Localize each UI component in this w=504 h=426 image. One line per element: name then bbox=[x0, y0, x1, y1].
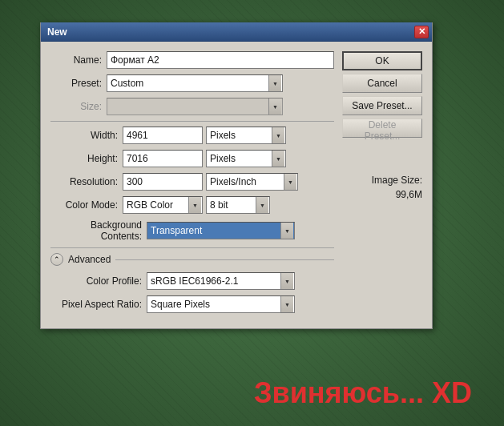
advanced-label: Advanced bbox=[68, 254, 111, 265]
ok-button[interactable]: OK bbox=[342, 51, 422, 70]
bgcontents-wrapper: Transparent bbox=[147, 222, 295, 239]
height-row: Height: Pixels bbox=[50, 150, 334, 167]
bgcontents-label: Background Contents: bbox=[50, 219, 147, 242]
name-label: Name: bbox=[50, 54, 107, 66]
resolution-unit-wrapper: Pixels/Inch bbox=[206, 173, 298, 191]
height-unit-wrapper: Pixels bbox=[206, 150, 286, 167]
pixelaspect-row: Pixel Aspect Ratio: Square Pixels bbox=[50, 295, 334, 313]
advanced-row[interactable]: ⌃ Advanced bbox=[50, 253, 334, 266]
dialog-body: Name: Preset: Custom Size: bbox=[41, 42, 432, 328]
dialog-title: New bbox=[47, 26, 67, 38]
save-preset-button[interactable]: Save Preset... bbox=[342, 96, 422, 115]
pixelaspect-label: Pixel Aspect Ratio: bbox=[50, 299, 147, 310]
form-section: Name: Preset: Custom Size: bbox=[50, 51, 334, 319]
pixelaspect-select[interactable]: Square Pixels bbox=[147, 295, 295, 313]
size-row: Size: bbox=[50, 98, 334, 115]
image-size-box: Image Size: 99,6M bbox=[342, 173, 422, 202]
preset-select-wrapper: Custom bbox=[107, 74, 283, 92]
bit-depth-select[interactable]: 8 bit bbox=[206, 196, 270, 214]
preset-row: Preset: Custom bbox=[50, 74, 334, 92]
bgcontents-row: Background Contents: Transparent bbox=[50, 219, 334, 242]
size-select[interactable] bbox=[107, 98, 283, 115]
bit-depth-wrapper: 8 bit bbox=[206, 196, 270, 214]
resolution-label: Resolution: bbox=[50, 176, 123, 187]
bottom-text: Звиняюсь... XD bbox=[254, 376, 472, 410]
cancel-button[interactable]: Cancel bbox=[342, 74, 422, 93]
advanced-divider bbox=[115, 259, 334, 260]
size-label: Size: bbox=[50, 101, 107, 112]
divider-1 bbox=[50, 121, 334, 122]
image-size-value: 99,6M bbox=[342, 187, 422, 202]
bgcontents-select[interactable]: Transparent bbox=[147, 222, 295, 239]
colormode-row: Color Mode: RGB Color 8 bit bbox=[50, 196, 334, 214]
new-dialog: New ✕ Name: Preset: Custom bbox=[40, 22, 433, 329]
width-unit-select[interactable]: Pixels bbox=[206, 127, 286, 144]
close-button[interactable]: ✕ bbox=[414, 26, 429, 38]
name-input[interactable] bbox=[107, 51, 334, 69]
width-label: Width: bbox=[50, 130, 123, 141]
height-input[interactable] bbox=[123, 150, 203, 167]
collapse-icon[interactable]: ⌃ bbox=[50, 253, 63, 266]
image-size-label: Image Size: bbox=[342, 173, 422, 187]
colormode-label: Color Mode: bbox=[50, 199, 123, 211]
divider-2 bbox=[50, 247, 334, 248]
width-row: Width: Pixels bbox=[50, 127, 334, 144]
height-label: Height: bbox=[50, 153, 123, 164]
preset-label: Preset: bbox=[50, 78, 107, 89]
width-unit-wrapper: Pixels bbox=[206, 127, 286, 144]
resolution-unit-select[interactable]: Pixels/Inch bbox=[206, 173, 298, 191]
delete-preset-button[interactable]: Delete Preset... bbox=[342, 119, 422, 138]
colorprofile-row: Color Profile: sRGB IEC61966-2.1 bbox=[50, 272, 334, 290]
colorprofile-label: Color Profile: bbox=[50, 275, 147, 287]
colorprofile-wrapper: sRGB IEC61966-2.1 bbox=[147, 272, 295, 290]
size-select-wrapper bbox=[107, 98, 283, 115]
width-input[interactable] bbox=[123, 127, 203, 144]
buttons-section: OK Cancel Save Preset... Delete Preset..… bbox=[342, 51, 422, 319]
preset-select[interactable]: Custom bbox=[107, 74, 283, 92]
height-unit-select[interactable]: Pixels bbox=[206, 150, 286, 167]
colormode-select[interactable]: RGB Color bbox=[123, 196, 203, 214]
resolution-input[interactable] bbox=[123, 173, 203, 191]
pixelaspect-wrapper: Square Pixels bbox=[147, 295, 295, 313]
resolution-row: Resolution: Pixels/Inch bbox=[50, 173, 334, 191]
colormode-wrapper: RGB Color bbox=[123, 196, 203, 214]
colorprofile-select[interactable]: sRGB IEC61966-2.1 bbox=[147, 272, 295, 290]
name-row: Name: bbox=[50, 51, 334, 69]
title-bar: New ✕ bbox=[41, 22, 432, 42]
